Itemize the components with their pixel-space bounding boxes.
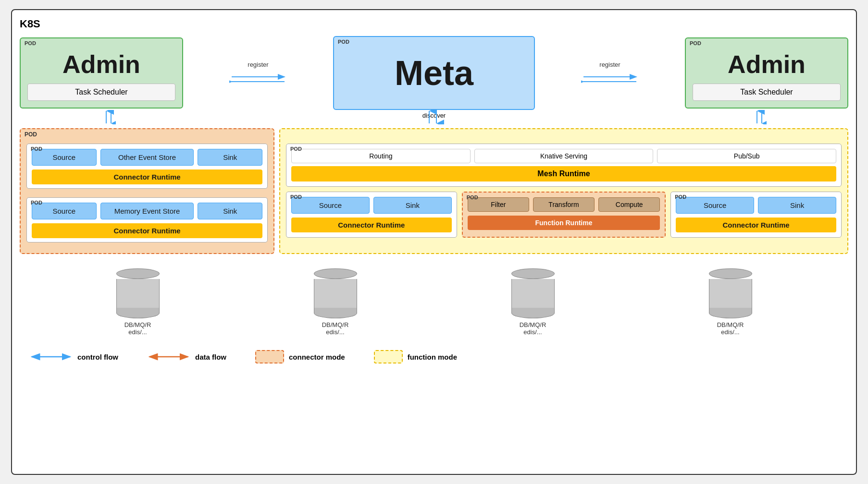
admin-left-task-scheduler: Task Scheduler <box>27 84 175 101</box>
legend-data-flow: data flow <box>147 351 226 363</box>
db3-body <box>511 279 555 308</box>
db-cylinder-1: DB/MQ/Redis/... <box>109 268 167 336</box>
db3-top <box>511 268 555 279</box>
legend-data-flow-arrow <box>147 351 190 363</box>
db1-top <box>116 268 160 279</box>
function-connector-pod1-label: POD <box>290 194 302 200</box>
legend-function-mode: function mode <box>374 350 457 363</box>
meta-pod: POD Meta <box>333 36 535 110</box>
legend-connector-mode: connector mode <box>255 350 345 363</box>
function-connector-pod2: POD Source Sink Connector Runtime <box>670 192 842 238</box>
function-connector-pod1: POD Source Sink Connector Runtime <box>286 192 457 238</box>
function-pod-compute: Compute <box>598 197 660 212</box>
mesh-pod-label: POD <box>290 146 302 152</box>
admin-left-pod: POD Admin Task Scheduler <box>20 37 183 109</box>
db4-label: DB/MQ/Redis/... <box>717 321 744 336</box>
admin-right-pod: POD Admin Task Scheduler <box>685 37 848 109</box>
meta-pod-label: POD <box>338 39 349 45</box>
function-connector-pod1-runtime: Connector Runtime <box>291 218 452 232</box>
legend-data-flow-label: data flow <box>195 353 226 361</box>
db-cylinder-3: DB/MQ/Redis/... <box>504 268 562 336</box>
admin-left-pod-label: POD <box>25 40 36 46</box>
db2-top <box>314 268 357 279</box>
legend-control-flow: control flow <box>29 351 118 363</box>
db4-bottom <box>709 308 752 318</box>
admin-left-title: Admin <box>27 45 175 82</box>
db3-label: DB/MQ/Redis/... <box>520 321 546 336</box>
connector-pod-1: POD Source Other Event Store Sink Connec… <box>26 144 268 189</box>
mesh-top-row: Routing Knative Serving Pub/Sub <box>291 149 836 163</box>
function-connector-pod2-row: Source Sink <box>676 197 836 214</box>
legend-function-mode-label: function mode <box>408 353 457 361</box>
discover-arrow-center <box>420 110 448 124</box>
function-pod-runtime: Function Runtime <box>468 216 660 230</box>
legend-control-flow-arrow <box>29 351 73 363</box>
mesh-runtime: Mesh Runtime <box>291 166 836 182</box>
connector-pod1-runtime: Connector Runtime <box>32 169 262 184</box>
meta-title: Meta <box>341 44 527 102</box>
discover-arrow-left <box>101 110 116 124</box>
discover-row: discover <box>20 110 848 124</box>
connector-pod1-row: Source Other Event Store Sink <box>32 149 262 166</box>
function-connector-pod2-label: POD <box>675 194 686 200</box>
db3-bottom <box>511 308 555 318</box>
function-pod-label: POD <box>467 194 478 200</box>
function-connector-pod2-sink: Sink <box>758 197 836 214</box>
discover-arrow-right <box>752 110 767 124</box>
connector-area-pod-label: POD <box>25 131 37 138</box>
db1-label: DB/MQ/Redis/... <box>124 321 151 336</box>
db4-body <box>709 279 752 308</box>
connector-pod2-sink: Sink <box>198 203 262 219</box>
connector-pod1-label: POD <box>31 146 42 152</box>
function-connector-pod2-runtime: Connector Runtime <box>676 218 836 232</box>
db2-body <box>314 279 357 308</box>
db1-body <box>116 279 160 308</box>
main-area: POD POD Source Other Event Store Sink Co… <box>20 128 848 254</box>
mesh-knative: Knative Serving <box>474 149 654 163</box>
connector-area: POD POD Source Other Event Store Sink Co… <box>20 128 274 254</box>
function-connector-pod1-sink: Sink <box>373 197 452 214</box>
register-left-svg <box>229 71 287 85</box>
function-pod-transform: Transform <box>533 197 595 212</box>
legend-control-flow-label: control flow <box>77 353 118 361</box>
function-area: POD Routing Knative Serving Pub/Sub Mesh… <box>279 128 848 254</box>
k8s-title: K8S <box>20 18 848 30</box>
register-left-label: register <box>248 61 268 68</box>
connector-pod1-sink: Sink <box>198 149 262 166</box>
connector-pod1-eventstore: Other Event Store <box>100 149 194 166</box>
top-row: POD Admin Task Scheduler register <box>20 36 848 110</box>
connector-pod-2: POD Source Memory Event Store Sink Conne… <box>26 197 268 242</box>
diagram-frame: K8S POD Admin Task Scheduler register <box>11 9 857 475</box>
connector-pod2-label: POD <box>31 200 42 206</box>
db-row: DB/MQ/Redis/... DB/MQ/Redis/... DB/MQ/Re… <box>20 268 848 336</box>
connector-pod2-runtime: Connector Runtime <box>32 223 262 238</box>
register-right-arrow-area: register <box>581 61 639 85</box>
db-cylinder-4: DB/MQ/Redis/... <box>702 268 759 336</box>
function-connector-pod1-source: Source <box>291 197 370 214</box>
db4-top <box>709 268 752 279</box>
admin-right-title: Admin <box>693 45 841 82</box>
connector-pod2-eventstore: Memory Event Store <box>100 203 194 219</box>
legend-connector-mode-label: connector mode <box>289 353 345 361</box>
legend: control flow data flow connector mode <box>20 345 848 368</box>
admin-right-pod-label: POD <box>690 40 701 46</box>
function-connector-pod1-row: Source Sink <box>291 197 452 214</box>
bottom-pods-row: POD Source Sink Connector Runtime POD Fi… <box>286 192 842 238</box>
register-right-svg <box>581 71 639 85</box>
legend-function-mode-box <box>374 350 403 363</box>
db-cylinder-2: DB/MQ/Redis/... <box>307 268 364 336</box>
admin-right-task-scheduler: Task Scheduler <box>693 84 841 101</box>
connector-pod2-row: Source Memory Event Store Sink <box>32 203 262 219</box>
mesh-pod: POD Routing Knative Serving Pub/Sub Mesh… <box>286 144 842 187</box>
mesh-routing: Routing <box>291 149 471 163</box>
mesh-pubsub: Pub/Sub <box>657 149 836 163</box>
db2-label: DB/MQ/Redis/... <box>322 321 349 336</box>
register-right-label: register <box>599 61 620 68</box>
db2-bottom <box>314 308 357 318</box>
function-connector-pod2-source: Source <box>676 197 754 214</box>
legend-connector-mode-box <box>255 350 284 363</box>
function-pod-row: Filter Transform Compute <box>468 197 660 212</box>
db1-bottom <box>116 308 160 318</box>
function-pod: POD Filter Transform Compute Function Ru… <box>462 192 666 238</box>
register-left-arrow-area: register <box>229 61 287 85</box>
